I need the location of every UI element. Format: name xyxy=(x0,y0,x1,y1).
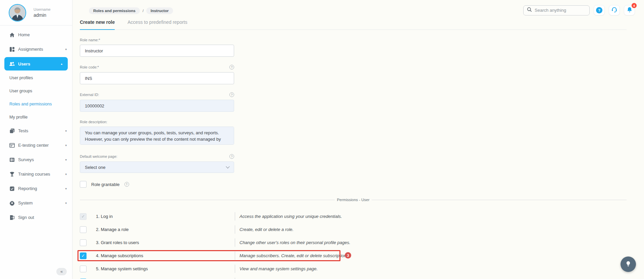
username-value: admin xyxy=(34,12,51,18)
chevron-up-icon: ▴ xyxy=(61,62,62,65)
gear-icon xyxy=(9,200,15,206)
select-value: Select one xyxy=(85,165,105,170)
role-description-textarea[interactable]: You can manage your user groups, pools, … xyxy=(80,127,234,145)
notifications-button[interactable]: 4 xyxy=(624,5,635,15)
help-circle-icon[interactable]: ? xyxy=(229,154,234,159)
role-grantable-checkbox[interactable]: ✓ xyxy=(80,181,87,188)
sidebar-item-tests[interactable]: Tests ▾ xyxy=(0,124,72,138)
search-input[interactable] xyxy=(535,8,585,13)
hint-button[interactable] xyxy=(621,257,636,272)
surveys-icon xyxy=(9,157,15,162)
notification-count-badge: 4 xyxy=(631,3,637,8)
username-label: Username xyxy=(34,7,51,11)
main-content: Roles and permissions / Instructor ? xyxy=(72,0,644,279)
sidebar-item-roles-and-permissions[interactable]: Roles and permissions xyxy=(0,97,72,110)
permission-row-access-profiles-page: ✓ 6. Access the 'Profiles' page Access t… xyxy=(80,275,627,279)
avatar xyxy=(9,4,26,21)
chevron-down-icon: ▾ xyxy=(65,144,67,147)
external-id-input[interactable] xyxy=(80,100,234,112)
field-role-code: Role code:* ? xyxy=(80,65,234,84)
sidebar-item-assignments[interactable]: Assignments ▾ xyxy=(0,42,72,56)
role-code-input[interactable] xyxy=(80,72,234,84)
sign-out-icon xyxy=(9,215,15,220)
default-welcome-page-label: Default welcome page: xyxy=(80,154,117,158)
training-courses-icon xyxy=(9,171,15,177)
permission-row-grant-roles-to-users: ✓ 3. Grant roles to users Change other u… xyxy=(80,236,627,249)
field-role-description: Role description: You can manage your us… xyxy=(80,120,234,146)
headset-icon xyxy=(611,6,618,14)
role-code-label: Role code:* xyxy=(80,65,99,69)
app-root: Username admin Home Assignments ▾ xyxy=(0,0,644,279)
field-external-id: External ID: ? xyxy=(80,92,234,112)
sidebar-item-surveys[interactable]: Surveys ▾ xyxy=(0,152,72,167)
chevron-down-icon: ▾ xyxy=(65,173,67,176)
permission-row-manage-system-settings: ✓ 5. Manage system settings View and man… xyxy=(80,262,627,275)
assignments-icon xyxy=(9,46,15,52)
permissions-section-title: Permissions - User xyxy=(335,198,371,202)
permission-checkbox[interactable]: ✓ xyxy=(80,239,87,246)
default-welcome-page-select[interactable]: Select one xyxy=(80,161,234,173)
sidebar-item-system[interactable]: System ▾ xyxy=(0,196,72,210)
permission-checkbox[interactable]: ✓ xyxy=(80,226,87,233)
sidebar-item-e-testing-center[interactable]: E-testing center ▾ xyxy=(0,138,72,152)
external-id-label: External ID: xyxy=(80,93,99,97)
chevron-down-icon: ▾ xyxy=(65,129,67,133)
sidebar: Username admin Home Assignments ▾ xyxy=(0,0,72,279)
role-grantable-label: Role grantable xyxy=(91,182,120,187)
chevron-down-icon: ▾ xyxy=(65,48,67,51)
permission-row-log-in: ✓ 1. Log in Access the application using… xyxy=(80,210,627,223)
field-role-grantable: ✓ Role grantable ? xyxy=(80,181,234,188)
permission-checkbox[interactable]: ✓ xyxy=(80,266,87,272)
question-mark-icon: ? xyxy=(596,7,602,13)
breadcrumb-instructor[interactable]: Instructor xyxy=(146,7,173,14)
field-default-welcome-page: Default welcome page: ? Select one xyxy=(80,154,234,173)
sidebar-item-sign-out[interactable]: Sign out xyxy=(0,210,72,225)
sidebar-item-users[interactable]: Users ▴ xyxy=(4,57,68,71)
help-circle-icon[interactable]: ? xyxy=(229,65,234,69)
help-circle-icon[interactable]: ? xyxy=(229,92,234,97)
help-button[interactable]: ? xyxy=(594,5,605,15)
top-actions: ? 4 xyxy=(523,5,635,15)
chevron-down-icon xyxy=(226,165,229,168)
tab-create-new-role[interactable]: Create new role xyxy=(80,19,115,30)
chevron-down-icon: ▾ xyxy=(65,158,67,161)
breadcrumb-roles-and-permissions[interactable]: Roles and permissions xyxy=(89,7,140,14)
chevron-down-icon: ▾ xyxy=(65,201,67,205)
permissions-section-divider: Permissions - User xyxy=(80,198,627,202)
sidebar-menu: Home Assignments ▾ Users ▴ User profiles xyxy=(0,26,72,225)
tab-access-to-predefined-reports[interactable]: Access to predefined reports xyxy=(127,19,187,30)
e-testing-center-icon xyxy=(9,142,15,148)
sidebar-item-my-profile[interactable]: My profile xyxy=(0,110,72,124)
users-icon xyxy=(9,61,15,67)
sidebar-item-user-profiles[interactable]: User profiles xyxy=(0,71,72,84)
sidebar-item-training-courses[interactable]: Training courses ▾ xyxy=(0,167,72,181)
chevron-down-icon: ▾ xyxy=(65,187,67,190)
permission-row-manage-subscriptions: ✓ 4. Manage subscriptions Manage subscri… xyxy=(80,249,627,262)
user-profile[interactable]: Username admin xyxy=(0,0,72,26)
reporting-icon xyxy=(9,186,15,191)
permission-checkbox[interactable]: ✓ xyxy=(80,213,87,220)
sidebar-item-user-groups[interactable]: User groups xyxy=(0,84,72,97)
bell-icon xyxy=(627,7,633,14)
support-button[interactable] xyxy=(609,5,620,15)
role-name-input[interactable] xyxy=(80,45,234,57)
role-name-label: Role name:* xyxy=(80,38,100,42)
role-description-label: Role description: xyxy=(80,120,107,124)
home-icon xyxy=(9,32,15,38)
annotation-badge: 3 xyxy=(345,252,351,259)
lightbulb-icon xyxy=(625,261,632,268)
sidebar-item-reporting[interactable]: Reporting ▾ xyxy=(0,181,72,196)
field-role-name: Role name:* xyxy=(80,38,234,57)
permission-checkbox[interactable]: ✓ xyxy=(80,252,87,259)
role-form: Role name:* Role code:* ? External ID: ? xyxy=(80,38,234,188)
search-icon xyxy=(527,7,532,13)
permission-row-manage-a-role: ✓ 2. Manage a role Create, edit or delet… xyxy=(80,223,627,236)
help-circle-icon[interactable]: ? xyxy=(124,182,129,187)
search-box[interactable] xyxy=(523,5,590,15)
permissions-list: ✓ 1. Log in Access the application using… xyxy=(80,210,627,279)
sidebar-item-home[interactable]: Home xyxy=(0,28,72,42)
breadcrumb-separator: / xyxy=(143,9,144,13)
sidebar-collapse-button[interactable]: « xyxy=(56,268,67,275)
tabs: Create new role Access to predefined rep… xyxy=(80,19,627,30)
tests-icon xyxy=(9,128,15,134)
